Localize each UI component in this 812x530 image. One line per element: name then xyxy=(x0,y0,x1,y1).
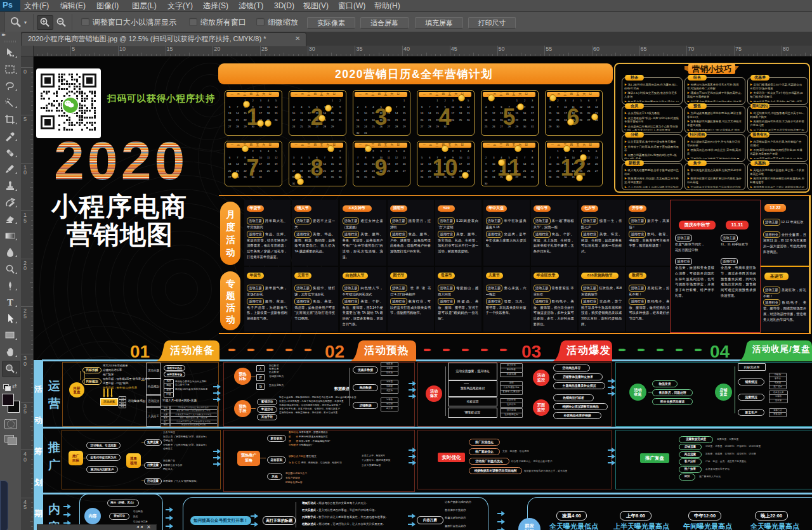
svg-text:T: T xyxy=(7,297,13,307)
